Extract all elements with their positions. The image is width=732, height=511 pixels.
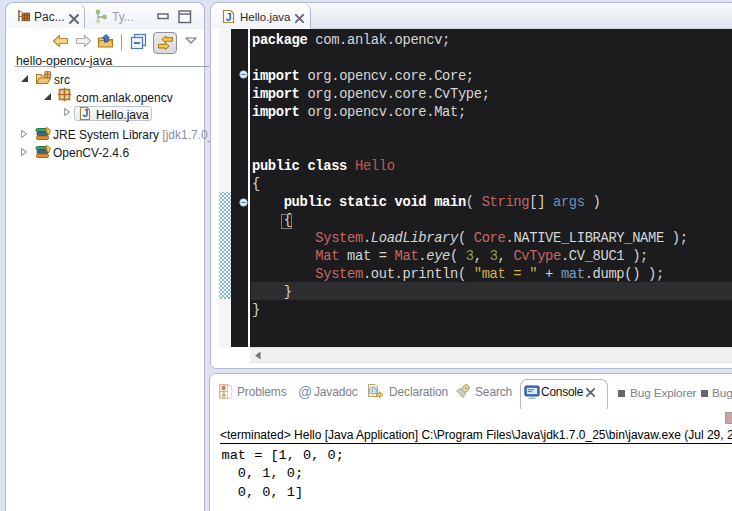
svg-text:J: J [226,11,232,23]
svg-text:J: J [82,107,88,119]
